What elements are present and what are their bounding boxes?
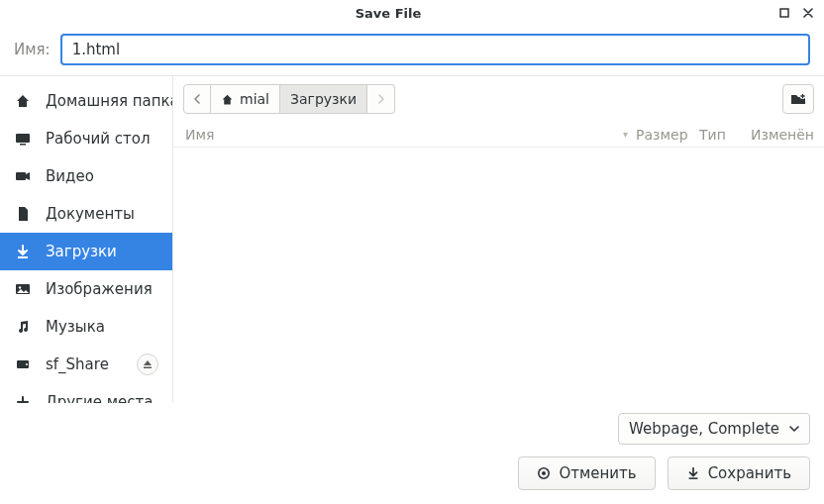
file-list-body[interactable] (173, 148, 824, 403)
sidebar-item-music[interactable]: Музыка (0, 308, 172, 346)
svg-point-8 (26, 363, 28, 365)
window-close-button[interactable] (800, 5, 816, 21)
filetype-combo-label: Webpage, Complete (629, 420, 779, 438)
save-icon (686, 466, 700, 480)
filetype-combo[interactable]: Webpage, Complete (618, 413, 810, 445)
sidebar-item-label: sf_Share (46, 355, 123, 373)
svg-rect-13 (688, 477, 697, 479)
content-pane: mial Загрузки Имя ▾ (173, 76, 824, 403)
desktop-icon (14, 130, 32, 148)
plus-icon (14, 393, 32, 403)
path-segment-label: Загрузки (290, 91, 357, 107)
cancel-icon (537, 466, 551, 480)
chevron-left-icon (193, 94, 201, 104)
column-header-name[interactable]: Имя ▾ (183, 127, 636, 143)
cancel-button-label: Отменить (559, 464, 636, 482)
sidebar-item-label: Загрузки (46, 243, 158, 260)
eject-button[interactable] (137, 353, 158, 375)
filename-input[interactable] (60, 34, 810, 65)
sidebar-item-videos[interactable]: Видео (0, 157, 172, 195)
close-icon (803, 8, 813, 18)
cancel-button[interactable]: Отменить (518, 456, 655, 490)
column-header-modified[interactable]: Изменён (739, 127, 814, 143)
places-sidebar: Домашняя папка Рабочий стол Видео Докуме… (0, 76, 173, 403)
save-button[interactable]: Сохранить (668, 456, 810, 490)
download-icon (14, 243, 32, 260)
new-folder-button[interactable] (782, 84, 814, 114)
home-icon (221, 93, 234, 106)
svg-point-6 (19, 286, 21, 288)
sidebar-item-desktop[interactable]: Рабочий стол (0, 120, 172, 157)
new-folder-icon (790, 92, 806, 106)
action-row: Отменить Сохранить (14, 456, 810, 490)
sidebar-item-label: Музыка (46, 318, 158, 336)
path-segment-current[interactable]: Загрузки (280, 84, 367, 114)
bottom-area: Webpage, Complete Отменить Сохранить (0, 403, 824, 504)
eject-icon (143, 359, 153, 369)
filename-row: Имя: (0, 26, 824, 75)
sidebar-item-sfshare[interactable]: sf_Share (0, 346, 172, 383)
pathbar-row: mial Загрузки (173, 76, 824, 122)
svg-rect-1 (16, 134, 30, 143)
drive-icon (14, 355, 32, 373)
chevron-down-icon (789, 426, 799, 432)
window-title: Save File (356, 6, 422, 21)
path-segment-label: mial (240, 91, 269, 107)
square-icon (779, 8, 789, 18)
video-icon (14, 167, 32, 185)
path-forward-button[interactable] (367, 84, 395, 114)
main-area: Домашняя папка Рабочий стол Видео Докуме… (0, 75, 824, 403)
sidebar-item-label: Другие места (46, 393, 158, 403)
sidebar-item-label: Рабочий стол (46, 130, 158, 148)
sidebar-item-downloads[interactable]: Загрузки (0, 233, 172, 270)
sidebar-item-other-places[interactable]: Другие места (0, 383, 172, 403)
window-maximize-button[interactable] (776, 5, 792, 21)
document-icon (14, 205, 32, 223)
pathbar: mial Загрузки (183, 84, 395, 114)
svg-point-12 (542, 471, 546, 475)
sidebar-item-documents[interactable]: Документы (0, 195, 172, 233)
sidebar-item-label: Документы (46, 205, 158, 223)
filename-label: Имя: (14, 41, 51, 58)
column-header-size[interactable]: Размер (636, 127, 699, 143)
sidebar-item-label: Видео (46, 167, 158, 185)
titlebar: Save File (0, 0, 824, 26)
sort-indicator-icon: ▾ (623, 129, 628, 140)
svg-rect-0 (780, 9, 788, 17)
column-header-type[interactable]: Тип (699, 127, 739, 143)
svg-rect-4 (18, 256, 28, 258)
path-back-button[interactable] (183, 84, 211, 114)
file-list-header: Имя ▾ Размер Тип Изменён (173, 122, 824, 148)
sidebar-item-pictures[interactable]: Изображения (0, 270, 172, 308)
save-button-label: Сохранить (708, 464, 791, 482)
sidebar-item-label: Домашняя папка (46, 92, 173, 110)
home-icon (14, 92, 32, 110)
svg-rect-9 (144, 367, 152, 369)
svg-rect-2 (20, 144, 26, 146)
chevron-right-icon (377, 94, 385, 104)
svg-rect-3 (16, 172, 26, 180)
image-icon (14, 280, 32, 298)
music-icon (14, 318, 32, 336)
format-row: Webpage, Complete (14, 413, 810, 445)
sidebar-item-home[interactable]: Домашняя папка (0, 82, 172, 120)
path-segment-home[interactable]: mial (211, 84, 280, 114)
sidebar-item-label: Изображения (46, 280, 158, 298)
